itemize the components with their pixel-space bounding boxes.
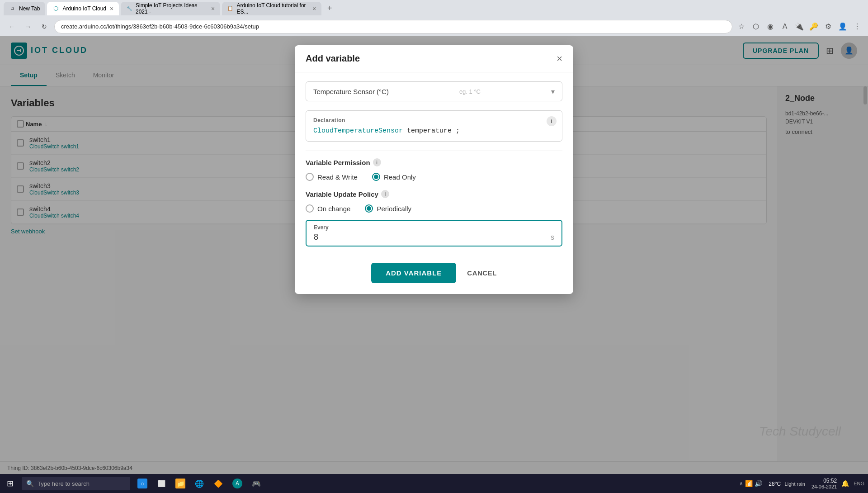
taskbar-right: ∧ 📶 🔊 28°C Light rain 05:52 24-06-2021 🔔… (739, 478, 868, 489)
every-unit: s (551, 233, 554, 242)
task-view-icon: ⬜ (156, 479, 166, 488)
code-type: CloudTemperatureSensor (313, 127, 403, 135)
tab-label-2: Arduino IoT Cloud (62, 5, 106, 12)
extension-icon-6[interactable]: ⚙ (823, 21, 834, 32)
taskbar-clock: 05:52 24-06-2021 (811, 478, 837, 489)
tab-label-1: New Tab (19, 5, 40, 12)
network-icon[interactable]: 📶 (745, 480, 753, 487)
extension-icon-4[interactable]: 🔌 (794, 21, 805, 32)
add-variable-dialog: Add variable × Temperature Sensor (°C) e… (295, 45, 573, 294)
radio-rw-circle[interactable] (306, 173, 314, 181)
permission-info-icon[interactable]: i (373, 158, 381, 166)
declaration-code: CloudTemperatureSensor temperature ; (313, 127, 555, 135)
permission-radio-group: Read & Write Read Only (306, 173, 562, 181)
permission-label: Variable Permission i (306, 158, 562, 166)
tab-new-tab[interactable]: 🗋 New Tab (4, 2, 45, 15)
radio-ro-circle[interactable] (372, 173, 380, 181)
taskbar-icon-chrome[interactable]: 🌐 (191, 474, 208, 493)
variable-type-dropdown[interactable]: Temperature Sensor (°C) eg. 1 °C ▾ (306, 81, 562, 101)
tab-tutorial[interactable]: 📋 Arduino IoT Cloud tutorial for ES... × (222, 2, 321, 15)
tab-simple-iot[interactable]: 🔧 Simple IoT Projects Ideas 2021 - × (121, 2, 220, 15)
tab-close-3[interactable]: × (211, 5, 215, 12)
close-icon[interactable]: × (557, 54, 562, 64)
address-bar[interactable]: create.arduino.cc/iot/things/3863ef2b-b6… (54, 20, 732, 33)
tab-label-4: Arduino IoT Cloud tutorial for ES... (236, 2, 309, 15)
explorer-icon: 📁 (175, 479, 185, 488)
radio-rw-label: Read & Write (317, 173, 358, 181)
taskbar-search-icon: 🔍 (26, 480, 34, 487)
cortana-icon: ○ (137, 479, 147, 488)
extension-icon-1[interactable]: ⬡ (750, 21, 761, 32)
permission-read-write[interactable]: Read & Write (306, 173, 358, 181)
bookmark-icon[interactable]: ☆ (736, 21, 747, 32)
dropdown-value: Temperature Sensor (°C) (313, 88, 389, 95)
start-button[interactable]: ⊞ (0, 474, 20, 493)
permission-read-only[interactable]: Read Only (372, 173, 416, 181)
policy-periodically[interactable]: Periodically (365, 204, 411, 213)
reload-button[interactable]: ↻ (38, 20, 51, 33)
misc-icon: 🎮 (251, 479, 261, 488)
dialog-header: Add variable × (295, 45, 573, 72)
temperature-text: 28°C (769, 481, 781, 487)
time-display: 05:52 (811, 478, 837, 484)
address-text: create.arduino.cc/iot/things/3863ef2b-b6… (61, 23, 259, 30)
policy-on-change[interactable]: On change (306, 204, 350, 213)
extension-icon-5[interactable]: 🔑 (808, 21, 819, 32)
add-variable-button[interactable]: ADD VARIABLE (371, 263, 456, 283)
tab-close-2[interactable]: × (110, 5, 113, 12)
taskbar-arrow-icon[interactable]: ∧ (739, 480, 743, 487)
declaration-box: Declaration CloudTemperatureSensor tempe… (306, 110, 562, 142)
windows-icon: ⊞ (7, 479, 14, 488)
notification-icon[interactable]: 🔔 (841, 480, 849, 487)
extension-icon-2[interactable]: ◉ (765, 21, 776, 32)
radio-periodically-circle[interactable] (365, 204, 373, 213)
taskbar-icon-arduino[interactable]: A (229, 474, 246, 493)
vlc-icon: 🔶 (213, 479, 223, 488)
modal-overlay: Add variable × Temperature Sensor (°C) e… (0, 36, 868, 493)
dropdown-hint: eg. 1 °C (459, 88, 481, 95)
extension-icon-3[interactable]: A (779, 21, 790, 32)
taskbar-icon-cortana[interactable]: ○ (134, 474, 151, 493)
every-value-input[interactable] (314, 232, 506, 242)
menu-icon[interactable]: ⋮ (852, 21, 863, 32)
chrome-icon: 🌐 (194, 479, 204, 488)
tab-label-3: Simple IoT Projects Ideas 2021 - (136, 2, 208, 15)
tab-favicon-1: 🗋 (9, 5, 15, 12)
language-display: ENG (854, 481, 864, 486)
tab-arduino-iot[interactable]: ⬡ Arduino IoT Cloud × (47, 2, 119, 15)
code-end: ; (456, 127, 460, 135)
dialog-body: Temperature Sensor (°C) eg. 1 °C ▾ Decla… (295, 72, 573, 256)
radio-onchange-circle[interactable] (306, 204, 314, 213)
every-input-box: Every s (306, 220, 562, 246)
forward-button[interactable]: → (22, 20, 34, 33)
app-container: IOT CLOUD Things Dashboards Devices Inte… (0, 36, 868, 493)
volume-icon[interactable]: 🔊 (755, 480, 762, 487)
taskbar-icons: ○ ⬜ 📁 🌐 🔶 A 🎮 (134, 474, 265, 493)
every-input-row: s (314, 232, 554, 242)
code-varname: temperature (407, 127, 452, 135)
dialog-footer: ADD VARIABLE CANCEL (295, 256, 573, 294)
chevron-down-icon: ▾ (551, 87, 555, 96)
new-tab-button[interactable]: + (323, 2, 336, 15)
taskbar-icon-misc[interactable]: 🎮 (248, 474, 265, 493)
back-button[interactable]: ← (5, 20, 18, 33)
tab-close-4[interactable]: × (312, 5, 316, 12)
taskbar-sys-icons: ∧ 📶 🔊 (739, 480, 762, 487)
declaration-label: Declaration (313, 117, 555, 123)
radio-ro-label: Read Only (384, 173, 416, 181)
taskbar-weather: 28°C Light rain (769, 479, 805, 488)
arduino-icon: A (232, 479, 242, 488)
update-policy-info-icon[interactable]: i (381, 190, 389, 198)
profile-icon[interactable]: 👤 (837, 21, 848, 32)
divider (306, 151, 562, 151)
taskbar-icon-explorer[interactable]: 📁 (172, 474, 189, 493)
every-label: Every (314, 224, 554, 231)
update-policy-label: Variable Update Policy i (306, 190, 562, 198)
taskbar: ⊞ 🔍 Type here to search ○ ⬜ 📁 🌐 🔶 A 🎮 ∧ (0, 474, 868, 493)
taskbar-icon-task-view[interactable]: ⬜ (153, 474, 170, 493)
taskbar-icon-vlc[interactable]: 🔶 (210, 474, 227, 493)
cancel-button[interactable]: CANCEL (467, 269, 497, 277)
declaration-info-icon[interactable]: i (547, 116, 557, 126)
taskbar-search-text: Type here to search (38, 480, 90, 487)
taskbar-search[interactable]: 🔍 Type here to search (22, 477, 130, 490)
